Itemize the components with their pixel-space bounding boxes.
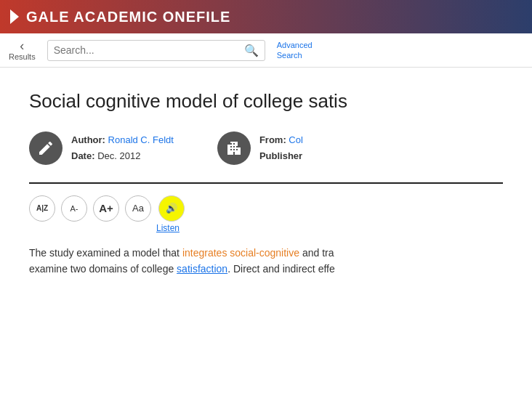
back-button[interactable]: ‹ Results — [9, 39, 36, 61]
author-label: Author: — [71, 134, 105, 145]
translate-button[interactable]: A|Z — [29, 195, 55, 222]
author-value: Ronald C. Feldt — [108, 134, 174, 145]
chevron-left-icon: ‹ — [20, 39, 24, 52]
abstract-part4: . Direct and indirect effe — [227, 263, 335, 275]
back-label: Results — [9, 52, 36, 61]
publisher-block: From: Col Publisher — [217, 131, 303, 165]
date-value: Dec. 2012 — [97, 150, 140, 161]
app-header: GALE ACADEMIC ONEFILE — [0, 0, 532, 33]
from-value: Col — [289, 134, 303, 145]
header-triangle — [10, 9, 19, 24]
abstract-part2: and tra — [299, 247, 334, 259]
building-icon — [225, 139, 243, 157]
author-block: Author: Ronald C. Feldt Date: Dec. 2012 — [29, 131, 174, 165]
listen-container: 🔊 Listen — [157, 195, 186, 233]
main-content: Social cognitive model of college satis … — [0, 68, 532, 292]
search-box: 🔍 — [47, 40, 265, 61]
section-divider — [29, 182, 503, 184]
pen-icon — [37, 139, 55, 157]
publisher-info: From: Col Publisher — [259, 132, 303, 164]
abstract-part1: The study examined a model that — [29, 247, 182, 259]
advanced-search-link[interactable]: Advanced Search — [277, 40, 313, 61]
date-label: Date: — [71, 150, 95, 161]
font-size-button[interactable]: Aa — [125, 195, 151, 222]
abstract-text: The study examined a model that integrat… — [29, 245, 503, 277]
search-input[interactable] — [54, 44, 244, 56]
listen-button[interactable]: 🔊 — [158, 195, 185, 222]
app-title: GALE ACADEMIC ONEFILE — [26, 9, 230, 25]
decrease-font-button[interactable]: A- — [61, 195, 87, 222]
abstract-part3: examine two domains of college — [29, 263, 177, 275]
abstract-highlight-integrates: integrates social-cognitive — [182, 247, 299, 259]
speaker-icon: 🔊 — [166, 203, 177, 214]
article-title: Social cognitive model of college satis — [29, 89, 503, 114]
listen-label[interactable]: Listen — [150, 223, 186, 233]
abstract-highlight-satisfaction: satisfaction — [177, 263, 227, 275]
text-tools-row: A|Z A- A+ Aa 🔊 Listen — [29, 195, 503, 233]
meta-section: Author: Ronald C. Feldt Date: Dec. 2012 … — [29, 131, 503, 165]
increase-font-button[interactable]: A+ — [93, 195, 119, 222]
from-label: From: — [259, 134, 286, 145]
toolbar: ‹ Results 🔍 Advanced Search — [0, 33, 532, 68]
author-icon-circle — [29, 131, 63, 165]
publisher-icon-circle — [217, 131, 251, 165]
search-button[interactable]: 🔍 — [244, 44, 259, 57]
author-info: Author: Ronald C. Feldt Date: Dec. 2012 — [71, 132, 174, 164]
publisher-label: Publisher — [259, 150, 302, 161]
